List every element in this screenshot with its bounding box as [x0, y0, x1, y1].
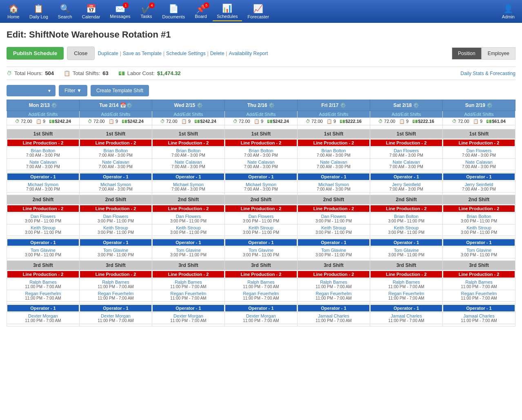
employee-link[interactable]: Brian Bolton: [444, 214, 514, 219]
nav-search[interactable]: 🔍 Search: [54, 2, 76, 21]
employee-link[interactable]: Michael Symon: [298, 182, 369, 187]
employee-link[interactable]: Keith Stroup: [80, 225, 151, 230]
employee-link[interactable]: Michael Symon: [153, 182, 224, 187]
main-content: Edit: ShiftNote Warehouse Rotation #1 Pu…: [0, 23, 522, 420]
publish-schedule-button[interactable]: Publish Schedule: [7, 47, 64, 60]
add-edit-sat[interactable]: Add/Edit Shifts: [371, 112, 442, 117]
employee-link[interactable]: Tom Glavine: [371, 248, 442, 253]
employee-link[interactable]: Dan Flowers: [298, 214, 369, 219]
employee-link[interactable]: Brian Bolton: [80, 148, 151, 153]
employee-link[interactable]: Dexter Morgan: [8, 313, 78, 318]
employee-link[interactable]: Keith Stroup: [153, 225, 224, 230]
nav-forecaster[interactable]: 📈 Forecaster: [244, 2, 273, 21]
employee-link[interactable]: Brian Bolton: [226, 148, 296, 153]
employee-link[interactable]: Regan Feuerhelm: [371, 291, 442, 296]
employee-link[interactable]: Regan Feuerhelm: [153, 291, 224, 296]
employee-link[interactable]: Brian Bolton: [298, 148, 369, 153]
employee-link[interactable]: Regan Feuerhelm: [444, 291, 514, 296]
close-button[interactable]: Close: [67, 47, 94, 60]
create-template-button[interactable]: Create Template Shift: [91, 85, 149, 96]
nav-tasks[interactable]: ✔️ 4 Tasks: [136, 2, 157, 20]
filter-button[interactable]: Filter ▼: [59, 85, 87, 96]
employee-link[interactable]: Jerry Seinfield: [444, 182, 514, 187]
employee-link[interactable]: Nate Calavan: [444, 160, 514, 164]
employee-link[interactable]: Ralph Barnes: [153, 280, 224, 284]
employee-link[interactable]: Michael Symon: [226, 182, 296, 187]
employee-row-2-0-0: Ralph Barnes11:00 PM - 7:00 AMRalph Barn…: [7, 279, 515, 290]
employee-link[interactable]: Regan Feuerhelm: [8, 291, 78, 296]
employee-view-button[interactable]: Employee: [482, 47, 515, 60]
nav-schedules[interactable]: 📊 Schedules: [213, 2, 242, 21]
availability-report-link[interactable]: Availability Report: [229, 51, 268, 56]
schedule-settings-link[interactable]: Schedule Settings: [166, 51, 206, 56]
employee-link[interactable]: Dan Flowers: [8, 214, 78, 219]
nav-home[interactable]: 🏠 Home: [3, 2, 24, 21]
nav-admin[interactable]: 👤 Admin: [498, 2, 519, 21]
employee-link[interactable]: Tom Glavine: [444, 248, 514, 253]
employee-link[interactable]: Keith Stroup: [226, 225, 296, 230]
employee-link[interactable]: Keith Stroup: [298, 225, 369, 230]
employee-link[interactable]: Ralph Barnes: [371, 280, 442, 284]
employee-link[interactable]: Ralph Barnes: [8, 280, 78, 284]
employee-link[interactable]: Nate Calavan: [371, 160, 442, 164]
position-view-button[interactable]: Position: [452, 47, 482, 60]
daily-stats-link[interactable]: Daily Stats & Forecasting: [460, 71, 515, 76]
add-edit-mon[interactable]: Add/Edit Shifts: [8, 112, 78, 117]
employee-link[interactable]: Ralph Barnes: [226, 280, 296, 284]
employee-link[interactable]: Jerry Seinfield: [371, 182, 442, 187]
employee-link[interactable]: Dexter Morgan: [153, 313, 224, 318]
position-dropdown[interactable]: [7, 85, 56, 96]
employee-link[interactable]: Brian Bolton: [153, 148, 224, 153]
employee-link[interactable]: Tom Glavine: [8, 248, 78, 253]
add-edit-fri[interactable]: Add/Edit Shifts: [298, 112, 369, 117]
day-header-wed: Wed 2/15 ⚙️: [152, 100, 225, 111]
employee-link[interactable]: Dan Flowers: [444, 148, 514, 153]
employee-link[interactable]: Regan Feuerhelm: [226, 291, 296, 296]
employee-link[interactable]: Ralph Barnes: [444, 280, 514, 284]
employee-link[interactable]: Tom Glavine: [298, 248, 369, 253]
employee-link[interactable]: Dexter Morgan: [80, 313, 151, 318]
employee-link[interactable]: Dexter Morgan: [226, 313, 296, 318]
duplicate-link[interactable]: Duplicate: [98, 51, 118, 56]
employee-link[interactable]: Jamaal Charles: [371, 313, 442, 318]
nav-documents[interactable]: 📄 Documents: [158, 2, 189, 21]
employee-link[interactable]: Ralph Barnes: [298, 280, 369, 284]
employee-link[interactable]: Michael Symon: [8, 182, 78, 187]
employee-link[interactable]: Nate Calavan: [298, 160, 369, 164]
employee-link[interactable]: Nate Calavan: [153, 160, 224, 164]
employee-link[interactable]: Ralph Barnes: [80, 280, 151, 284]
employee-link[interactable]: Nate Calavan: [8, 160, 78, 164]
employee-link[interactable]: Nate Calavan: [80, 160, 151, 164]
employee-link[interactable]: Brian Bolton: [371, 214, 442, 219]
employee-link[interactable]: Dan Flowers: [153, 214, 224, 219]
nav-calendar[interactable]: 📅 Calendar: [78, 2, 104, 21]
save-template-link[interactable]: Save as Template: [123, 51, 162, 56]
add-edit-sun[interactable]: Add/Edit Shifts: [444, 112, 514, 117]
employee-link[interactable]: Keith Stroup: [8, 225, 78, 230]
employee-link[interactable]: Dan Flowers: [371, 148, 442, 153]
employee-link[interactable]: Keith Stroup: [444, 225, 514, 230]
employee-link[interactable]: Regan Feuerhelm: [80, 291, 151, 296]
hours-icon: ⏱: [7, 70, 12, 76]
employee-link[interactable]: Tom Glavine: [80, 248, 151, 253]
documents-icon: 📄: [169, 4, 179, 13]
delete-link[interactable]: Delete: [210, 51, 224, 56]
employee-link[interactable]: Tom Glavine: [226, 248, 296, 253]
nav-board[interactable]: 📌 5 Board: [191, 2, 211, 20]
add-edit-thu[interactable]: Add/Edit Shifts: [226, 112, 296, 117]
nav-messages[interactable]: ✉️ 1 Messages: [106, 2, 134, 20]
employee-link[interactable]: Dan Flowers: [80, 214, 151, 219]
employee-link[interactable]: Michael Symon: [80, 182, 151, 187]
employee-link[interactable]: Tom Glavine: [153, 248, 224, 253]
add-edit-tue[interactable]: Add/Edit Shifts: [80, 112, 151, 117]
employee-link[interactable]: Nate Calavan: [226, 160, 296, 164]
employee-link[interactable]: Regan Feuerhelm: [298, 291, 369, 296]
employee-link[interactable]: Jamaal Charles: [298, 313, 369, 318]
employee-link[interactable]: Dan Flowers: [226, 214, 296, 219]
add-edit-wed[interactable]: Add/Edit Shifts: [153, 112, 224, 117]
employee-link[interactable]: Jamaal Charles: [444, 313, 514, 318]
stats-bar: ⏱ Total Hours: 504 📋 Total Shifts: 63 💵 …: [7, 67, 515, 80]
nav-daily-log[interactable]: 📋 Daily Log: [25, 2, 52, 21]
employee-link[interactable]: Brian Bolton: [8, 148, 78, 153]
employee-link[interactable]: Keith Stroup: [371, 225, 442, 230]
